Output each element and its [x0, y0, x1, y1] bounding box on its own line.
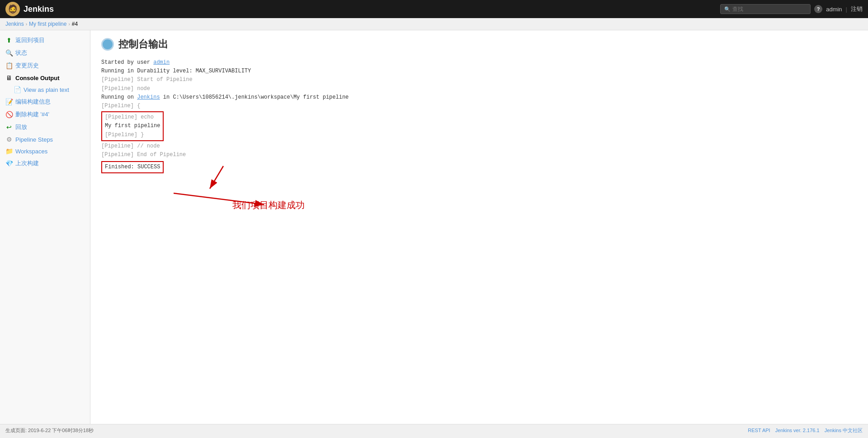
sidebar-item-console[interactable]: 🖥 Console Output [0, 72, 90, 84]
search-input[interactable] [732, 6, 805, 12]
plain-text-icon: 📄 [14, 86, 21, 93]
jenkins-link[interactable]: Jenkins [137, 94, 160, 100]
page-title-icon [101, 38, 114, 51]
sidebar-item-prev-build[interactable]: 💎 上次构建 [0, 157, 90, 170]
admin-link[interactable]: admin [153, 59, 170, 66]
help-icon[interactable]: ? [814, 5, 822, 13]
console-line-1: Started by user admin [101, 58, 857, 67]
prev-build-icon: 💎 [5, 160, 13, 167]
edit-icon: 📝 [5, 98, 13, 105]
sidebar-item-replay[interactable]: ↩ 回放 [0, 121, 90, 133]
sidebar-item-plain-text[interactable]: 📄 View as plain text [0, 84, 90, 95]
pipeline-steps-icon: ⚙ [5, 136, 13, 143]
sidebar-link-plain-text[interactable]: View as plain text [24, 86, 69, 93]
header-logo-area: 🧔 Jenkins [5, 2, 54, 16]
page-title: 控制台输出 [118, 38, 168, 51]
breadcrumb-build: #4 [72, 21, 78, 27]
sidebar-link-workspaces[interactable]: Workspaces [15, 148, 47, 155]
sidebar-link-status[interactable]: 状态 [15, 49, 27, 57]
back-icon: ⬆ [5, 37, 13, 44]
status-icon: 🔍 [5, 49, 13, 57]
footer-generated: 生成页面: 2019-6-22 下午06时38分18秒 [5, 427, 94, 434]
sidebar-link-prev-build[interactable]: 上次构建 [15, 159, 39, 167]
sidebar-link-changes[interactable]: 变更历史 [15, 62, 39, 70]
console-line-11: [Pipeline] End of Pipeline [101, 151, 857, 159]
footer-links: REST API Jenkins ver. 2.176.1 Jenkins 中文… [744, 427, 863, 434]
console-line-9: [Pipeline] } [105, 131, 160, 139]
breadcrumb-pipeline[interactable]: My first pipeline [29, 21, 66, 27]
svg-line-1 [210, 166, 223, 189]
success-annotation-text: 我们项目构建成功 [232, 198, 305, 212]
header-right: 🔍 ? admin | 注销 [720, 4, 863, 14]
console-line-5: Running on Jenkins in C:\Users\10856214\… [101, 93, 857, 102]
sidebar-item-pipeline-steps[interactable]: ⚙ Pipeline Steps [0, 133, 90, 145]
header-title: Jenkins [24, 5, 54, 14]
console-line-4: [Pipeline] node [101, 85, 857, 93]
footer: 生成页面: 2019-6-22 下午06时38分18秒 REST API Jen… [0, 424, 868, 437]
changes-icon: 📋 [5, 62, 13, 69]
sidebar-link-pipeline-steps[interactable]: Pipeline Steps [15, 136, 53, 143]
breadcrumb-sep-1: › [26, 22, 27, 27]
admin-user-link[interactable]: admin [826, 6, 842, 13]
console-line-6: [Pipeline] { [101, 102, 857, 110]
sidebar-item-workspaces[interactable]: 📁 Workspaces [0, 145, 90, 157]
sidebar-item-edit-build[interactable]: 📝 编辑构建信息 [0, 95, 90, 108]
breadcrumb-jenkins[interactable]: Jenkins [5, 21, 24, 27]
breadcrumb-sep-2: › [68, 22, 70, 27]
logout-link[interactable]: 注销 [851, 5, 863, 13]
console-line-8: My first pipeline [105, 122, 160, 130]
replay-icon: ↩ [5, 124, 13, 131]
console-line-7: [Pipeline] echo [105, 113, 160, 122]
sidebar-link-replay[interactable]: 回放 [15, 123, 27, 131]
sidebar: ⬆ 返回到项目 🔍 状态 📋 变更历史 🖥 Console Output 📄 V… [0, 30, 90, 424]
header-separator: | [846, 6, 847, 13]
sidebar-item-changes[interactable]: 📋 变更历史 [0, 59, 90, 72]
red-box-1: [Pipeline] echo My first pipeline [Pipel… [101, 111, 164, 141]
console-line-10: [Pipeline] // node [101, 142, 857, 151]
footer-jenkins-cn[interactable]: Jenkins 中文社区 [825, 428, 863, 433]
console-icon: 🖥 [5, 74, 13, 81]
sidebar-link-delete-build[interactable]: 删除构建 '#4' [15, 110, 49, 119]
console-output: Started by user admin Running in Durabil… [101, 58, 857, 216]
sidebar-link-back[interactable]: 返回到项目 [15, 36, 45, 44]
sidebar-link-edit-build[interactable]: 编辑构建信息 [15, 98, 51, 106]
footer-rest-api[interactable]: REST API [748, 428, 770, 433]
console-line-2: Running in Durability level: MAX_SURVIVA… [101, 67, 857, 76]
arrow-annotation-area: 我们项目构建成功 [101, 162, 373, 216]
red-box-1-container: [Pipeline] echo My first pipeline [Pipel… [101, 111, 164, 141]
delete-icon: 🚫 [5, 111, 13, 118]
page-title-row: 控制台输出 [101, 38, 857, 51]
footer-jenkins-ver[interactable]: Jenkins ver. 2.176.1 [775, 428, 820, 433]
content-area: 控制台输出 Started by user admin Running in D… [90, 30, 868, 424]
workspaces-icon: 📁 [5, 148, 13, 155]
breadcrumb: Jenkins › My first pipeline › #4 [0, 18, 868, 30]
sidebar-link-console[interactable]: Console Output [15, 75, 60, 81]
sidebar-item-delete-build[interactable]: 🚫 删除构建 '#4' [0, 108, 90, 121]
search-box[interactable]: 🔍 [720, 4, 811, 14]
console-line-3: [Pipeline] Start of Pipeline [101, 76, 857, 84]
sidebar-item-status[interactable]: 🔍 状态 [0, 47, 90, 59]
jenkins-logo-icon: 🧔 [5, 2, 20, 16]
sidebar-item-back[interactable]: ⬆ 返回到项目 [0, 34, 90, 47]
search-icon: 🔍 [724, 6, 731, 12]
